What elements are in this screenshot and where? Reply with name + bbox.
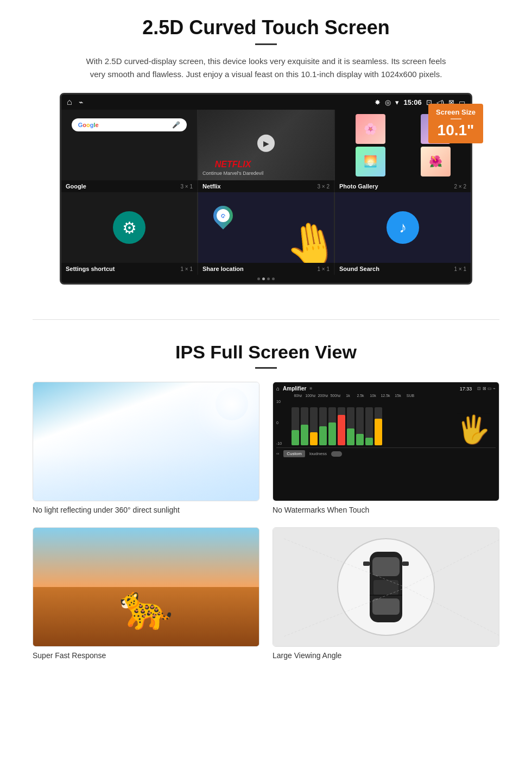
sunlight-image [33,382,259,501]
sound-icon-wrap: ♪ [387,211,419,244]
google-search-bar[interactable]: Google 🎤 [72,118,187,131]
gallery-app-size: 2 × 2 [454,184,466,190]
share-thumb: G 🤚 [198,192,334,263]
title-underline [255,43,277,45]
app-label-row-2: Settings shortcut 1 × 1 Share location 1… [61,263,471,275]
status-time: 15:06 [403,98,421,106]
app-cell-sound[interactable]: ♪ [335,192,471,263]
amp-custom-button[interactable]: Custom [283,450,305,457]
status-bar: ⌂ ⌁ ✸ ◎ ▾ 15:06 ⊡ ◁) ⊠ ▭ [61,94,471,110]
amp-home-icon: ⌂ [276,386,280,392]
sound-note-icon: ♪ [399,219,407,236]
status-left: ⌂ ⌁ [67,97,83,107]
share-app-size: 1 × 1 [317,266,330,272]
cheetah-visual: 🐆 [33,528,259,646]
svg-rect-4 [363,562,370,566]
location-icon: ◎ [385,98,391,106]
home-icon: ⌂ [67,97,72,107]
freq-60: 60hz [293,394,303,398]
amp-body: 10 0 -10 [276,400,496,445]
cheetah-emoji: 🐆 [119,582,173,633]
app-cell-settings[interactable]: ⚙ [61,192,197,263]
sound-app-size: 1 × 1 [454,266,466,272]
bar-2k5 [338,407,345,445]
gallery-photo-1: 🌸 [356,114,385,144]
bar-fill [310,432,318,446]
settings-icon-wrap: ⚙ [113,211,145,244]
gallery-app-name: Photo Gallery [339,183,378,190]
app-cell-share[interactable]: G 🤚 [198,192,334,263]
gmaps-g-letter: G [219,212,226,219]
amp-header: ⌂ Amplifier ≡ 17:33 ⊡ ⊠ ▭ ⌁ [276,386,496,392]
amplifier-caption: No Watermarks When Touch [273,506,499,514]
settings-label: Settings shortcut 1 × 1 [61,263,197,275]
amp-eq-icon: ≡ [309,386,312,391]
bar-track [356,407,364,445]
nav-dot-4 [272,277,275,280]
app-grid-bottom: ⚙ G 🤚 [61,192,471,263]
bar-fill [365,438,373,445]
google-thumb: Google 🎤 [61,110,197,180]
section-divider [33,319,499,320]
badge-label: Screen Size [436,108,476,116]
screen-size-badge: Screen Size 10.1" [428,104,483,143]
nav-dot-3 [267,277,270,280]
feature-amplifier: ⌂ Amplifier ≡ 17:33 ⊡ ⊠ ▭ ⌁ 60hz 100hz 2… [273,382,499,514]
cheetah-image: 🐆 [33,527,259,647]
feature-car: Large Viewing Angle [273,527,499,660]
netflix-play-button[interactable]: ▶ [257,135,275,152]
freq-200: 200hz [318,394,328,398]
gmaps-icon: G [213,206,233,230]
bar-1k [328,407,336,445]
netflix-label: NETFLIX Continue Marvel's Daredevil [202,160,263,176]
sound-thumb: ♪ [335,192,471,263]
netflix-subtitle: Continue Marvel's Daredevil [202,171,263,176]
amp-loudness-label: loudness [309,451,327,456]
bar-fill [347,428,354,446]
netflix-thumb: ▶ NETFLIX Continue Marvel's Daredevil [198,110,334,180]
bar-track [338,407,345,445]
bar-60 [292,407,299,445]
bar-track [301,407,308,445]
bluetooth-icon: ✸ [375,98,381,106]
bar-500 [319,407,327,445]
feature-cheetah: 🐆 Super Fast Response [33,527,259,660]
amp-side-scale: 10 0 -10 [276,400,292,445]
app-label-row-1: Google 3 × 1 Netflix 3 × 2 Photo Gallery… [61,180,471,192]
car-visual [273,528,499,646]
share-app-name: Share location [202,266,244,272]
amp-loudness-toggle[interactable] [331,451,342,457]
touch-hand-icon: 🖐 [457,414,490,445]
wifi-icon: ▾ [395,98,399,106]
bar-200 [310,407,318,445]
sound-label: Sound Search 1 × 1 [335,263,471,275]
google-label: Google 3 × 1 [61,180,197,192]
scale-10: 10 [276,400,289,403]
freq-12k5: 12.5k [380,394,391,398]
section2-title: IPS Full Screen View [33,342,499,363]
nav-dots [61,275,471,283]
google-app-name: Google [66,183,86,190]
bar-sub [375,407,382,445]
scale-neg10: -10 [276,441,289,445]
share-label: Share location 1 × 1 [198,263,334,275]
app-grid-top: Google 🎤 ▶ NETFLIX Continue Marvel's Dar… [61,110,471,180]
freq-500: 500hz [330,394,341,398]
car-image [273,527,499,647]
scale-0: 0 [276,421,289,425]
settings-gear-icon: ⚙ [122,218,137,237]
bar-fill [319,426,327,445]
usb-icon: ⌁ [79,98,83,106]
app-cell-netflix[interactable]: ▶ NETFLIX Continue Marvel's Daredevil [198,110,334,180]
nav-dot-1 [257,277,260,280]
car-top-svg [362,546,410,628]
app-cell-google[interactable]: Google 🎤 [61,110,197,180]
netflix-app-size: 3 × 2 [317,184,330,190]
car-caption: Large Viewing Angle [273,651,499,660]
google-mic-icon: 🎤 [172,121,180,129]
freq-100: 100hz [305,394,316,398]
bar-track [347,407,354,445]
bar-fill [375,419,382,445]
svg-rect-2 [373,580,398,595]
settings-thumb: ⚙ [61,192,197,263]
